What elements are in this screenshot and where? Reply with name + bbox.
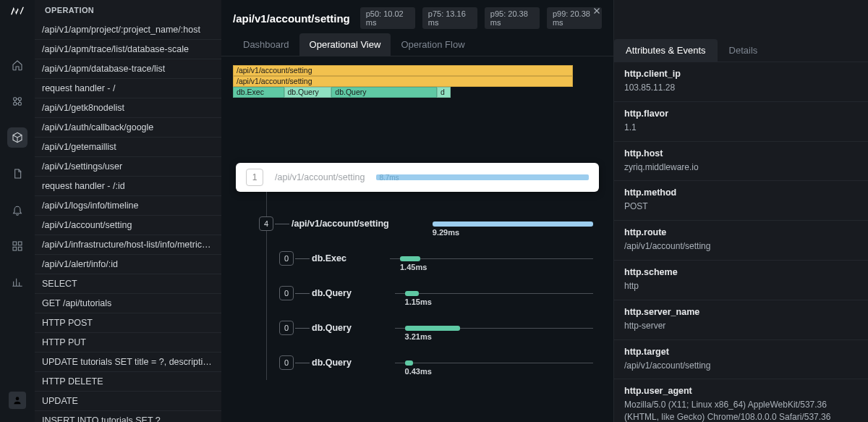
operation-item[interactable]: INSERT INTO tutorials SET ? [35, 411, 221, 422]
waterfall-row[interactable]: 0db.Exec1.45ms [263, 241, 599, 276]
nav-grid-icon[interactable] [7, 236, 27, 256]
gantt-segment[interactable]: /api/v1/account/setting [233, 65, 573, 76]
waterfall-track: 0.43ms [395, 363, 593, 363]
waterfall-duration: 1.15ms [405, 297, 432, 306]
logo [11, 4, 24, 17]
waterfall-span-label: db.Query [312, 323, 352, 333]
tab-operation-flow[interactable]: Operation Flow [391, 33, 475, 56]
attribute-key: http.server_name [624, 307, 858, 317]
operation-item[interactable]: HTTP POST [35, 313, 221, 333]
waterfall-track: 9.29ms [433, 224, 593, 224]
attribute-value: zyriq.middleware.io [624, 161, 858, 174]
operation-item[interactable]: HTTP DELETE [35, 372, 221, 392]
nav-cube-icon[interactable] [7, 127, 27, 148]
operation-list: /api/v1/apm/project/:project_name/:host/… [35, 20, 221, 422]
svg-rect-0 [14, 98, 17, 101]
waterfall-depth-badge: 0 [279, 321, 294, 335]
right-tab-details[interactable]: Details [718, 39, 770, 62]
trace-root-card[interactable]: 1 /api/v1/account/setting 8.7ms [236, 163, 599, 192]
attribute-row: http.route/api/v1/account/setting [614, 221, 868, 261]
svg-rect-2 [14, 102, 17, 105]
attribute-row: http.server_namehttp-server [614, 300, 868, 340]
waterfall-depth-badge: 0 [279, 286, 294, 300]
waterfall-row[interactable]: 0db.Query0.43ms [263, 345, 599, 380]
sidebar: OPERATION /api/v1/apm/project/:project_n… [35, 0, 221, 422]
gantt-segment[interactable]: db.Query [331, 87, 437, 98]
right-tab-attributes-events[interactable]: Attributes & Events [614, 39, 718, 62]
attributes-list: http.client_ip103.85.11.28http.flavor1.1… [614, 62, 868, 422]
svg-rect-4 [13, 242, 17, 245]
trace-root-name: /api/v1/account/setting [275, 172, 365, 182]
operation-item[interactable]: /api/v1/alert/info/:id [35, 255, 221, 274]
operation-item[interactable]: /api/v1/apm/database-trace/list [35, 59, 221, 79]
operation-item[interactable]: request handler - /:id [35, 177, 221, 196]
attribute-key: http.scheme [624, 267, 858, 277]
operation-item[interactable]: /api/v1/account/setting [35, 216, 221, 235]
nav-bell-icon[interactable] [7, 200, 27, 220]
waterfall-bar [400, 256, 420, 261]
attribute-key: http.method [624, 187, 858, 198]
waterfall-track: 3.21ms [395, 328, 593, 329]
main-tabs: DashboardOperational ViewOperation Flow [221, 33, 613, 56]
operation-item[interactable]: SELECT [35, 274, 221, 294]
trace-root-badge: 1 [246, 169, 263, 186]
svg-point-8 [16, 397, 20, 400]
attribute-row: http.target/api/v1/account/setting [614, 340, 868, 380]
waterfall-duration: 9.29ms [433, 228, 459, 237]
operation-item[interactable]: /api/v1/getk8nodelist [35, 98, 221, 118]
operation-item[interactable]: request handler - / [35, 79, 221, 98]
nav-home-icon[interactable] [7, 55, 27, 75]
waterfall-bar [433, 221, 593, 227]
operation-item[interactable]: /api/v1/auth/callback/google [35, 118, 221, 138]
gantt-segment[interactable]: db.Query [284, 87, 332, 98]
trace-waterfall: 4/api/v1/account/setting9.29ms0db.Exec1.… [243, 192, 599, 380]
svg-rect-1 [18, 98, 21, 101]
attribute-key: http.route [624, 227, 858, 237]
operation-item[interactable]: HTTP PUT [35, 333, 221, 353]
operation-item[interactable]: /api/v1/apm/project/:project_name/:host [35, 20, 221, 40]
user-avatar[interactable] [9, 392, 26, 409]
gantt-segment[interactable]: d [437, 87, 451, 98]
waterfall-row[interactable]: 0db.Query3.21ms [263, 311, 599, 345]
right-tabs: Attributes & EventsDetails [614, 39, 868, 62]
attribute-value: /api/v1/account/setting [624, 240, 858, 253]
svg-rect-6 [13, 247, 17, 250]
nav-rail [0, 0, 35, 422]
operation-item[interactable]: /api/v1/apm/trace/list/database-scale [35, 40, 221, 59]
gantt-row: /api/v1/account/setting [233, 65, 573, 76]
operation-item[interactable]: UPDATE tutorials SET title = ?, descript… [35, 353, 221, 372]
trace-root-dur: 8.7ms [379, 174, 399, 182]
operation-item[interactable]: /api/v1/getemaillist [35, 138, 221, 157]
waterfall-bar [405, 291, 419, 296]
attribute-row: http.schemehttp [614, 261, 868, 300]
waterfall-row[interactable]: 0db.Query1.15ms [263, 276, 599, 311]
attribute-key: http.host [624, 148, 858, 159]
waterfall-track: 1.15ms [395, 293, 593, 294]
operation-item[interactable]: /api/v1/settings/user [35, 157, 221, 177]
attribute-row: http.user_agentMozilla/5.0 (X11; Linux x… [614, 379, 868, 422]
nav-chart-icon[interactable] [7, 272, 27, 292]
attribute-row: http.hostzyriq.middleware.io [614, 142, 868, 182]
attribute-value: 1.1 [624, 122, 858, 134]
stat-pill: p50: 10.02 ms [360, 7, 415, 29]
waterfall-span-label: /api/v1/account/setting [292, 219, 389, 229]
waterfall-bar [405, 326, 461, 331]
waterfall-track: 1.45ms [390, 258, 593, 259]
close-icon[interactable] [592, 6, 605, 19]
waterfall-row[interactable]: 4/api/v1/account/setting9.29ms [243, 206, 599, 241]
api-title: /api/v1/account/setting [233, 12, 350, 25]
stat-pill: p75: 13.16 ms [422, 7, 477, 29]
tab-operational-view[interactable]: Operational View [299, 33, 391, 56]
nav-command-icon[interactable] [7, 91, 27, 111]
attribute-value: Mozilla/5.0 (X11; Linux x86_64) AppleWeb… [624, 399, 858, 422]
attribute-row: http.client_ip103.85.11.28 [614, 62, 868, 102]
api-header: /api/v1/account/setting p50: 10.02 msp75… [221, 0, 613, 33]
operation-item[interactable]: /api/v1/logs/info/timeline [35, 196, 221, 216]
operation-item[interactable]: /api/v1/infrastructure/host-list/info/me… [35, 235, 221, 255]
operation-item[interactable]: UPDATE [35, 392, 221, 411]
gantt-segment[interactable]: /api/v1/account/setting [233, 76, 573, 87]
nav-doc-icon[interactable] [7, 164, 27, 184]
operation-item[interactable]: GET /api/tutorials [35, 294, 221, 313]
tab-dashboard[interactable]: Dashboard [233, 33, 299, 56]
gantt-segment[interactable]: db.Exec [233, 87, 284, 98]
